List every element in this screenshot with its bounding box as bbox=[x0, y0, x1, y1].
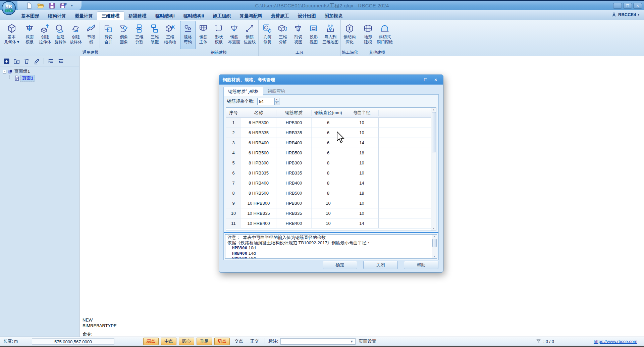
snap-tangent[interactable]: 切点 bbox=[214, 338, 230, 345]
tab-rebar-hook[interactable]: 钢筋弯钩 bbox=[263, 87, 289, 96]
ribbon-button-split-3d[interactable]: 三维分割 bbox=[131, 21, 147, 49]
scroll-up-icon[interactable]: ▲ bbox=[433, 108, 435, 112]
snap-perpendicular[interactable]: 垂足 bbox=[197, 338, 212, 345]
ribbon-button-extrude[interactable]: 创建拉伸体 bbox=[37, 21, 53, 49]
ribbon-button-shape-template[interactable]: 形状模板 bbox=[211, 21, 226, 49]
spec-count-input[interactable] bbox=[257, 98, 274, 105]
command-prompt[interactable]: 命令: bbox=[83, 331, 641, 337]
note-scroll-up-icon[interactable]: ▲ bbox=[433, 235, 436, 239]
table-note-splitter[interactable] bbox=[224, 232, 438, 233]
website-link[interactable]: https://www.rbcce.com bbox=[594, 339, 637, 344]
table-row[interactable]: 910 HPB300HPB3001010 bbox=[226, 198, 431, 208]
ribbon-tab-4[interactable]: 桥梁建模 bbox=[124, 12, 151, 20]
dialog-titlebar[interactable]: 钢筋材质、规格、弯钩管理 ─ ☐ ✕ bbox=[219, 75, 443, 85]
table-row[interactable]: 1110 HRB400HRB4001014 bbox=[226, 218, 431, 229]
snap-intersection[interactable]: 交点 bbox=[232, 338, 246, 345]
close-button[interactable]: ✕ bbox=[633, 3, 642, 9]
collapse-tree-icon[interactable] bbox=[58, 58, 64, 64]
ribbon-button-structure-3d[interactable]: K三维结构物 bbox=[162, 21, 178, 49]
ribbon-button-revolve[interactable]: 创建旋转体 bbox=[53, 21, 68, 49]
ribbon-tab-0[interactable]: 基本图形 bbox=[17, 12, 44, 20]
ribbon-button-section-view[interactable]: 剖切视图 bbox=[290, 21, 306, 49]
dialog-minimize-button[interactable]: ─ bbox=[412, 77, 420, 83]
ribbon-button-cube[interactable]: 基本几何体 ▾ bbox=[3, 21, 20, 49]
ribbon-button-section-template[interactable]: 截面模板 bbox=[22, 21, 37, 49]
snap-midpoint[interactable]: 中点 bbox=[161, 338, 176, 345]
scroll-down-icon[interactable]: ▼ bbox=[433, 227, 435, 231]
ribbon-button-loft[interactable]: 创建放样体 bbox=[68, 21, 84, 49]
ribbon-button-steel-deepen[interactable]: 钢结构深化 bbox=[342, 21, 357, 49]
ribbon-tab-9[interactable]: 悬臂施工 bbox=[267, 12, 293, 20]
snap-endpoint[interactable]: 端点 bbox=[143, 338, 159, 345]
column-header-4[interactable]: 弯曲半径 bbox=[345, 110, 379, 116]
ribbon-tab-1[interactable]: 结构计算 bbox=[44, 12, 70, 20]
ribbon-tab-7[interactable]: 施工组织 bbox=[208, 12, 235, 20]
dialog-maximize-button[interactable]: ☐ bbox=[422, 77, 430, 83]
ribbon-button-boolean-merge[interactable]: 剪切合并 bbox=[101, 21, 116, 49]
collapse-expander-icon[interactable]: − bbox=[3, 70, 6, 73]
ribbon-button-geometry-repair[interactable]: 几何修复 bbox=[260, 21, 275, 49]
ribbon-button-decompose-3d[interactable]: 三维分解 bbox=[275, 21, 290, 49]
dialog-button-close[interactable]: 关闭 bbox=[363, 261, 398, 269]
ribbon-button-rebar-surface[interactable]: 钢筋布置面 bbox=[226, 21, 242, 49]
tree-group-row[interactable]: − 页面组1 bbox=[1, 68, 78, 75]
column-header-0[interactable]: 序号 bbox=[226, 110, 241, 116]
ribbon-button-portal-canopy[interactable]: 斜切式洞门帽檐 bbox=[376, 21, 394, 49]
dialog-button-ok[interactable]: 确定 bbox=[323, 261, 357, 269]
ribbon-tab-11[interactable]: 附加模块 bbox=[320, 12, 347, 20]
snap-ortho[interactable]: 正交 bbox=[248, 338, 261, 345]
ribbon-button-projection-view[interactable]: 投影视图 bbox=[306, 21, 321, 49]
delete-icon[interactable] bbox=[23, 58, 30, 64]
tab-material-spec[interactable]: 钢筋材质与规格 bbox=[223, 87, 263, 96]
column-header-2[interactable]: 钢筋材质 bbox=[276, 110, 312, 116]
filter-icon[interactable] bbox=[536, 339, 541, 344]
ribbon-tab-5[interactable]: 临时结构I bbox=[151, 12, 179, 20]
ribbon-button-rebar-spec[interactable]: 规格弯钩 bbox=[180, 21, 196, 49]
table-row[interactable]: 88 HRB500HRB500818 bbox=[226, 188, 431, 198]
note-scrollbar[interactable]: ▲ ▼ bbox=[432, 235, 437, 258]
spinner-down-icon[interactable]: ▼ bbox=[275, 102, 279, 105]
page-group-label[interactable]: 页面组1 bbox=[14, 68, 30, 75]
ribbon-button-rebar-body[interactable]: 钢筋主体 bbox=[196, 21, 211, 49]
table-row[interactable]: 16 HPB300HPB300610 bbox=[226, 118, 431, 128]
table-row[interactable]: 36 HRB400HRB400614 bbox=[226, 138, 431, 148]
page-label[interactable]: 页面1 bbox=[21, 75, 35, 81]
ribbon-button-import-3d-map[interactable]: 导入到三维地图 bbox=[321, 21, 339, 49]
ribbon-button-assemble-3d[interactable]: 三维装配 bbox=[147, 21, 162, 49]
ribbon-tab-6[interactable]: 临时结构II bbox=[179, 12, 209, 20]
tree-page-row[interactable]: 页面1 bbox=[9, 75, 78, 82]
ribbon-tab-2[interactable]: 测量计算 bbox=[70, 12, 97, 20]
note-scroll-down-icon[interactable]: ▼ bbox=[433, 254, 436, 258]
table-row[interactable]: 58 HPB300HPB300810 bbox=[226, 158, 431, 168]
table-row[interactable]: 26 HRB335HRB335610 bbox=[226, 128, 431, 138]
table-row[interactable]: 1010 HRB335HRB3351010 bbox=[226, 208, 431, 218]
minimize-button[interactable]: ─ bbox=[613, 3, 622, 9]
note-scroll-thumb[interactable] bbox=[432, 239, 437, 247]
ribbon-tab-3[interactable]: 三维建模 bbox=[97, 12, 124, 20]
maximize-button[interactable]: ❐ bbox=[623, 3, 632, 9]
ribbon-button-chamfer-fillet[interactable]: 倒角圆角 bbox=[116, 21, 131, 49]
edit-icon[interactable] bbox=[34, 58, 40, 64]
table-row[interactable]: 46 HRB500HRB500618 bbox=[226, 148, 431, 158]
column-header-3[interactable]: 钢筋直径(mm) bbox=[312, 110, 345, 116]
scroll-thumb[interactable] bbox=[432, 112, 436, 152]
user-account-button[interactable]: RBCCE4 ▾ bbox=[611, 12, 639, 17]
dialog-close-button[interactable]: ✕ bbox=[432, 77, 440, 83]
ribbon-tab-8[interactable]: 算量与配料 bbox=[235, 12, 267, 20]
ribbon-button-segment-line[interactable]: 节段线 bbox=[84, 21, 99, 49]
ribbon-button-terrain-modeling[interactable]: 地形建模 bbox=[360, 21, 376, 49]
table-row[interactable]: 78 HRB400HRB400814 bbox=[226, 178, 431, 188]
add-group-icon[interactable] bbox=[13, 58, 20, 64]
ribbon-tab-10[interactable]: 设计出图 bbox=[293, 12, 320, 20]
command-window[interactable]: NEW BIMREBARTYPE 命令: bbox=[80, 316, 644, 337]
page-setup-button[interactable]: 页面设置 bbox=[359, 338, 376, 344]
add-page-icon[interactable] bbox=[3, 58, 10, 64]
column-header-1[interactable]: 名称 bbox=[241, 110, 276, 116]
table-scrollbar[interactable]: ▲ ▼ bbox=[431, 108, 436, 231]
dialog-button-help[interactable]: 帮助 bbox=[404, 261, 438, 269]
annotation-dropdown[interactable]: ▼ bbox=[280, 338, 356, 345]
ribbon-button-rebar-position-line[interactable]: 钢筋位置线 bbox=[242, 21, 257, 49]
table-row[interactable]: 68 HRB335HRB335810 bbox=[226, 168, 431, 178]
snap-center[interactable]: 圆心 bbox=[179, 338, 194, 345]
spinner-up-icon[interactable]: ▲ bbox=[275, 98, 279, 102]
